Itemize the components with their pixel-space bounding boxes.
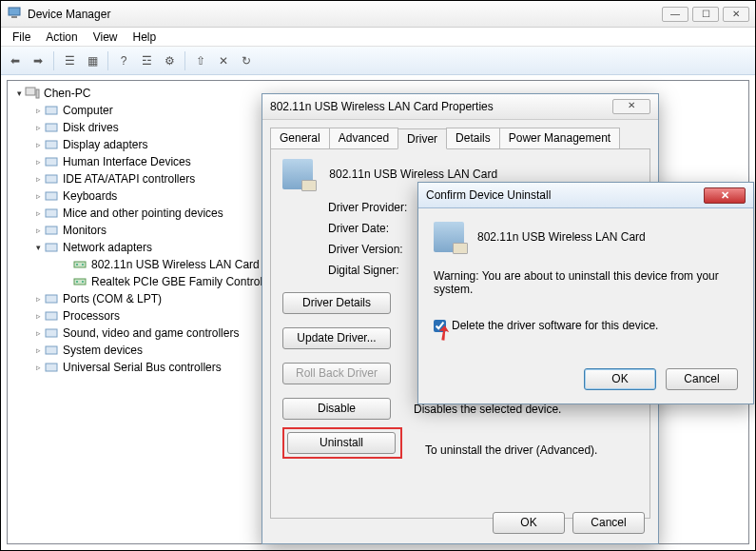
expand-arrow-icon[interactable]: ▹ [32, 174, 44, 184]
expand-arrow-icon[interactable]: ▹ [32, 226, 44, 235]
confirm-close-button[interactable]: ✕ [704, 187, 746, 204]
svg-rect-11 [46, 226, 57, 234]
menu-action[interactable]: Action [38, 29, 85, 46]
separator [107, 51, 108, 70]
tabstrip: General Advanced Driver Details Power Ma… [270, 128, 650, 149]
device-category-icon [25, 86, 40, 101]
network-card-icon [282, 159, 313, 189]
driver-details-button[interactable]: Driver Details [282, 292, 391, 314]
menu-file[interactable]: File [5, 29, 38, 46]
tree-item-label: IDE ATA/ATAPI controllers [63, 172, 195, 186]
expand-arrow-icon[interactable]: ▹ [32, 208, 44, 218]
svg-rect-7 [46, 158, 57, 166]
forward-icon[interactable]: ➡ [28, 50, 48, 71]
menu-view[interactable]: View [86, 29, 126, 46]
update-driver-button[interactable]: Update Driver... [282, 327, 391, 349]
device-category-icon [44, 223, 59, 238]
tree-item-label: 802.11n USB Wireless LAN Card [91, 258, 260, 271]
properties-titlebar: 802.11n USB Wireless LAN Card Properties… [262, 94, 658, 120]
tab-general[interactable]: General [270, 128, 330, 148]
svg-rect-19 [46, 295, 57, 303]
menu-help[interactable]: Help [126, 29, 165, 46]
svg-rect-13 [74, 262, 86, 267]
expand-arrow-icon[interactable]: ▹ [32, 106, 44, 115]
expand-arrow-icon[interactable]: ▹ [32, 140, 44, 149]
confirm-device-name: 802.11n USB Wireless LAN Card [477, 230, 646, 244]
confirm-titlebar: Confirm Device Uninstall ✕ [418, 183, 753, 208]
svg-rect-8 [46, 175, 57, 183]
properties-icon[interactable]: ☲ [136, 50, 157, 71]
device-manager-icon [7, 5, 22, 23]
device-category-icon [44, 120, 59, 135]
rollback-driver-button[interactable]: Roll Back Driver [282, 363, 391, 384]
svg-point-15 [82, 264, 84, 266]
properties-close-button[interactable]: ✕ [612, 99, 650, 114]
device-category-icon [44, 171, 59, 187]
svg-point-18 [82, 281, 84, 283]
tab-driver[interactable]: Driver [397, 128, 447, 149]
tab-power-management[interactable]: Power Management [499, 128, 620, 148]
update-driver-icon[interactable]: ⇧ [190, 50, 211, 71]
device-category-icon [44, 308, 59, 324]
device-category-icon [44, 103, 59, 118]
uninstall-icon[interactable]: ✕ [213, 50, 234, 71]
scan-hardware-icon[interactable]: ⚙ [159, 50, 180, 71]
svg-rect-3 [36, 89, 39, 98]
svg-rect-9 [46, 192, 57, 200]
disable-button[interactable]: Disable [282, 398, 391, 420]
tree-item-label: Chen-PC [44, 87, 90, 100]
device-name: 802.11n USB Wireless LAN Card [329, 167, 497, 181]
device-category-icon [44, 343, 59, 358]
svg-rect-21 [46, 329, 57, 337]
expand-arrow-icon[interactable]: ▹ [32, 294, 44, 304]
expand-arrow-icon[interactable]: ▹ [32, 328, 44, 338]
tree-item-label: Disk drives [63, 121, 119, 134]
svg-rect-12 [46, 244, 57, 251]
device-category-icon [44, 154, 59, 169]
tab-advanced[interactable]: Advanced [329, 128, 398, 148]
refresh-icon[interactable]: ↻ [236, 50, 257, 71]
tree-item-label: Computer [63, 104, 113, 117]
expand-arrow-icon[interactable]: ▹ [32, 345, 44, 355]
properties-title: 802.11n USB Wireless LAN Card Properties [270, 100, 494, 113]
device-category-icon [44, 137, 59, 152]
expand-arrow-icon[interactable]: ▾ [32, 243, 44, 252]
expand-arrow-icon[interactable]: ▹ [32, 363, 44, 372]
back-icon[interactable]: ⬅ [5, 50, 26, 71]
device-category-icon [44, 206, 59, 221]
device-category-icon [44, 325, 59, 341]
device-category-icon [44, 188, 59, 204]
svg-rect-20 [46, 312, 57, 320]
list-view-icon[interactable]: ▦ [82, 50, 103, 71]
device-category-icon [44, 291, 59, 306]
tree-item-label: Sound, video and game controllers [63, 326, 239, 340]
close-button[interactable]: ✕ [723, 7, 749, 22]
tree-item-label: Ports (COM & LPT) [63, 292, 162, 305]
maximize-button[interactable]: ☐ [692, 7, 719, 22]
device-category-icon [72, 257, 87, 272]
properties-cancel-button[interactable]: Cancel [572, 512, 645, 534]
expand-arrow-icon[interactable]: ▾ [13, 89, 25, 98]
expand-arrow-icon[interactable]: ▹ [32, 123, 44, 132]
window-title: Device Manager [28, 8, 662, 21]
svg-rect-2 [26, 88, 35, 95]
expand-arrow-icon[interactable]: ▹ [32, 157, 44, 167]
delete-driver-label: Delete the driver software for this devi… [452, 319, 658, 332]
tree-item-label: Universal Serial Bus controllers [63, 361, 222, 374]
expand-arrow-icon[interactable]: ▹ [32, 191, 44, 201]
tab-details[interactable]: Details [446, 128, 500, 148]
minimize-button[interactable]: — [662, 7, 688, 22]
detail-view-icon[interactable]: ☰ [59, 50, 80, 71]
expand-arrow-icon[interactable]: ▹ [32, 311, 44, 321]
svg-rect-22 [46, 346, 57, 354]
tree-item-label: Processors [63, 309, 120, 323]
device-category-icon [72, 274, 87, 289]
properties-ok-button[interactable]: OK [493, 512, 565, 534]
confirm-cancel-button[interactable]: Cancel [666, 368, 738, 390]
help-icon[interactable]: ? [113, 50, 134, 71]
uninstall-button[interactable]: Uninstall [287, 432, 396, 454]
confirm-ok-button[interactable]: OK [584, 368, 656, 390]
tree-item-label: Mice and other pointing devices [63, 207, 223, 220]
confirm-warning: Warning: You are about to uninstall this… [434, 269, 738, 296]
svg-rect-4 [46, 107, 57, 114]
